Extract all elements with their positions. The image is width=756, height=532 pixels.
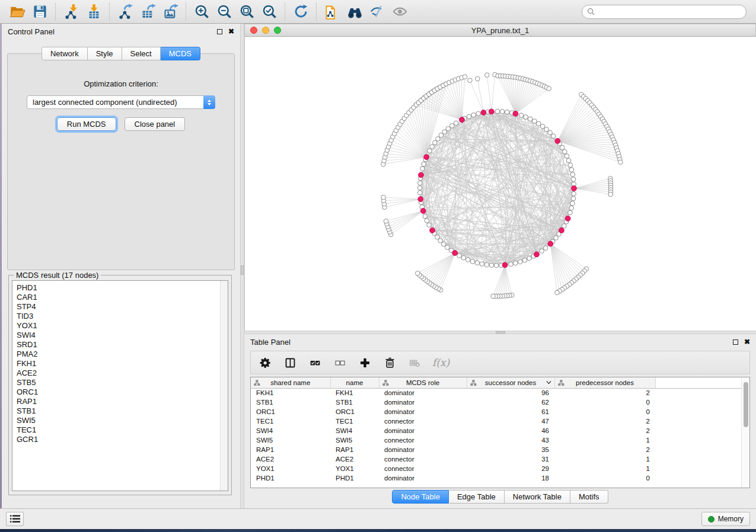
mcds-result-item[interactable]: TID3: [17, 312, 220, 321]
save-icon: [32, 4, 48, 20]
network-canvas[interactable]: [244, 37, 756, 331]
column-header-predecessor-nodes[interactable]: predecessor nodes: [554, 377, 655, 388]
hide-selected-button[interactable]: [366, 2, 388, 22]
table-row[interactable]: FKH1FKH1dominator962: [251, 388, 741, 398]
vertical-splitter[interactable]: [240, 24, 244, 508]
tab-edge-table[interactable]: Edge Table: [449, 490, 505, 504]
run-mcds-button[interactable]: Run MCDS: [57, 117, 116, 131]
mcds-result-item[interactable]: PHD1: [17, 283, 220, 293]
tab-style[interactable]: Style: [88, 47, 122, 60]
float-panel-icon[interactable]: [733, 339, 738, 345]
table-cell: ACE2: [330, 454, 379, 464]
table-row[interactable]: TEC1TEC1connector472: [251, 416, 741, 426]
save-session-button[interactable]: [28, 2, 51, 22]
mcds-result-item[interactable]: PMA2: [17, 350, 220, 359]
close-panel-button[interactable]: Close panel: [125, 117, 186, 131]
column-header-mcds-role[interactable]: MCDS role: [379, 377, 467, 388]
tab-network[interactable]: Network: [42, 47, 88, 60]
create-column-button[interactable]: [358, 355, 372, 370]
import-network-button[interactable]: [60, 2, 82, 22]
column-header-successor-nodes[interactable]: successor nodes: [467, 377, 554, 388]
table-cell: 46: [467, 426, 554, 435]
table-cell: 0: [554, 407, 655, 416]
table-row[interactable]: SWI5SWI5connector431: [251, 435, 741, 445]
mcds-result-item[interactable]: ACE2: [17, 368, 220, 378]
delete-column-button[interactable]: [382, 355, 397, 370]
mcds-result-item[interactable]: YOX1: [17, 321, 220, 331]
zoom-out-button[interactable]: [213, 2, 235, 22]
table-row[interactable]: STB1STB1dominator620: [251, 398, 741, 407]
table-scrollbar[interactable]: [741, 377, 749, 488]
table-cell: 29: [467, 464, 554, 473]
column-header-shared-name[interactable]: shared name: [251, 377, 330, 388]
zoom-selected-button[interactable]: [258, 2, 280, 22]
export-table-button[interactable]: [136, 2, 159, 22]
zoom-in-button[interactable]: [190, 2, 213, 22]
search-network-button[interactable]: [343, 2, 366, 22]
mcds-result-item[interactable]: TEC1: [17, 425, 220, 435]
refresh-button[interactable]: [289, 2, 312, 22]
show-column-panel-button[interactable]: [283, 355, 297, 370]
mcds-result-item[interactable]: RAP1: [17, 397, 220, 406]
mcds-result-item[interactable]: SRD1: [17, 340, 220, 350]
deselect-all-button[interactable]: [333, 355, 347, 370]
toolbar-separator: [285, 3, 285, 21]
mcds-result-item[interactable]: ORC1: [17, 387, 220, 397]
network-search-box[interactable]: [582, 5, 747, 19]
horizontal-splitter[interactable]: [244, 331, 756, 334]
mcds-result-item[interactable]: FKH1: [17, 359, 220, 368]
task-history-button[interactable]: [6, 512, 24, 526]
table-row[interactable]: ACE2ACE2connector311: [251, 454, 741, 464]
splitter-handle[interactable]: [241, 265, 244, 275]
close-panel-icon[interactable]: ✖: [228, 29, 234, 34]
criterion-dropdown[interactable]: largest connected component (undirected): [27, 95, 215, 109]
export-image-icon: [162, 4, 178, 20]
select-all-button[interactable]: [308, 355, 322, 370]
network-graph[interactable]: [245, 37, 756, 331]
splitter-handle[interactable]: [496, 331, 505, 334]
open-session-button[interactable]: [6, 2, 28, 22]
tab-node-table[interactable]: Node Table: [392, 490, 449, 504]
mcds-result-list: PHD1CAR1STP4TID3YOX1SWI4SRD1PMA2FKH1ACE2…: [12, 281, 220, 491]
mcds-result-item[interactable]: STB1: [17, 406, 220, 416]
column-tree-icon: [470, 380, 477, 386]
tab-motifs[interactable]: Motifs: [570, 490, 608, 504]
table-row[interactable]: YOX1YOX1connector291: [251, 464, 741, 473]
table-scrollbar-thumb[interactable]: [744, 382, 748, 427]
table-row[interactable]: RAP1RAP1dominator352: [251, 445, 741, 454]
close-panel-icon[interactable]: ✖: [744, 339, 750, 345]
clone-network-button[interactable]: [321, 2, 343, 22]
zoom-selected-icon: [261, 4, 277, 20]
table-cell-filler: [655, 407, 741, 416]
export-image-button[interactable]: [159, 2, 181, 22]
table-cell: TEC1: [251, 416, 330, 426]
node-table[interactable]: shared namenameMCDS rolesuccessor nodesp…: [251, 377, 741, 483]
zoom-fit-button[interactable]: [235, 2, 258, 22]
mcds-result-item[interactable]: STB5: [17, 378, 220, 387]
checked-boxes-icon: [309, 357, 321, 369]
toolbar-separator: [109, 3, 110, 21]
mcds-result-item[interactable]: STP4: [17, 302, 220, 312]
search-input[interactable]: [595, 8, 741, 16]
tab-mcds[interactable]: MCDS: [161, 47, 200, 60]
mcds-result-item[interactable]: CAR1: [17, 293, 220, 302]
table-cell: SWI5: [330, 435, 379, 445]
table-row[interactable]: PHD1PHD1dominator180: [251, 473, 741, 483]
tab-network-table[interactable]: Network Table: [505, 490, 570, 504]
mcds-result-item[interactable]: GCR1: [17, 435, 220, 444]
tab-select[interactable]: Select: [122, 47, 161, 60]
memory-button[interactable]: Memory: [701, 512, 750, 526]
mcds-result-item[interactable]: SWI4: [17, 331, 220, 340]
table-row[interactable]: ORC1ORC1dominator610: [251, 407, 741, 416]
mcds-result-item[interactable]: SWI5: [17, 416, 220, 425]
network-window-titlebar[interactable]: YPA_prune.txt_1: [244, 24, 756, 37]
table-settings-button[interactable]: [258, 355, 272, 370]
column-header-name[interactable]: name: [330, 377, 379, 388]
import-table-button[interactable]: [82, 2, 105, 22]
float-panel-icon[interactable]: [217, 29, 222, 34]
table-row[interactable]: SWI4SWI4dominator462: [251, 426, 741, 435]
mcds-list-scrollbar[interactable]: [220, 281, 228, 491]
plus-icon: [359, 357, 371, 369]
show-all-button[interactable]: [388, 2, 411, 22]
export-network-button[interactable]: [114, 2, 136, 22]
